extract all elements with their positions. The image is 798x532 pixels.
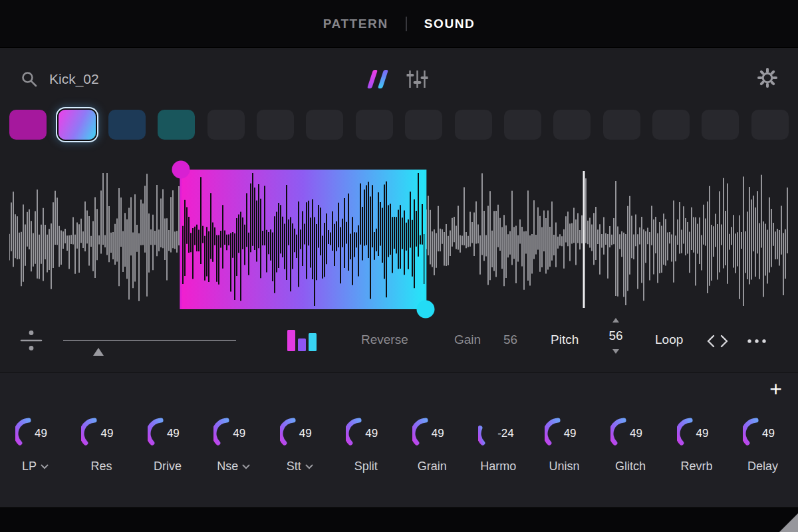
effects-panel: + 49 LP 49 Res 49 Drive [0,372,798,509]
sample-slot-12[interactable] [553,110,591,140]
knob-value: 49 [365,427,378,440]
knob-dial[interactable]: 49 [81,414,121,452]
view-toggles [370,69,428,89]
sample-slot-5[interactable] [207,110,245,140]
pitch-down-icon[interactable] [612,349,619,354]
knob-dial[interactable]: 49 [346,414,386,452]
knob-stt[interactable]: 49 Stt [274,414,326,473]
tab-pattern[interactable]: PATTERN [323,17,388,31]
knob-value: 49 [762,427,775,440]
knob-unisn[interactable]: 49 Unisn [539,414,591,473]
knob-value: 49 [630,427,642,440]
knob-label: Harmo [480,460,516,473]
sample-slot-9[interactable] [405,110,442,140]
waveform-area [9,170,789,309]
knob-drive[interactable]: 49 Drive [142,414,194,473]
knob-nse[interactable]: 49 Nse [207,414,259,473]
sample-slot-4[interactable] [158,110,195,140]
search-icon[interactable] [20,70,39,88]
sample-slot-row [9,110,789,140]
chevron-down-icon[interactable] [305,464,313,469]
sample-slot-3[interactable] [108,110,146,140]
sample-slider-handle[interactable] [93,348,104,356]
knob-value: 49 [35,427,47,440]
mixer-view-icon[interactable] [407,69,428,89]
selection-edge-left[interactable] [180,170,182,309]
waveform[interactable] [9,170,789,309]
playhead [583,171,585,308]
gain-label[interactable]: Gain [454,332,481,347]
knob-label: Unisn [549,460,580,473]
knob-revrb[interactable]: 49 Revrb [671,414,723,473]
sample-slot-16[interactable] [751,110,789,140]
knob-dial[interactable]: 49 [545,414,585,452]
add-effect-button[interactable]: + [769,378,782,400]
knob-label: Drive [154,460,182,473]
knob-dial[interactable]: 49 [213,414,253,452]
knob-dial[interactable]: 49 [743,414,783,452]
knob-lp[interactable]: 49 LP [9,414,61,473]
selection-edge-right[interactable] [424,170,426,309]
sample-slot-1[interactable] [9,110,47,140]
knob-harmo[interactable]: -24 Harmo [472,414,524,473]
knob-label: Nse [217,460,238,473]
knob-label: Res [90,460,112,473]
pitch-stepper: 56 [602,318,629,354]
sample-name[interactable]: Kick_02 [49,71,99,87]
pitch-label[interactable]: Pitch [551,332,579,347]
tab-divider [406,17,407,31]
knob-delay[interactable]: 49 Delay [737,414,789,473]
chevron-down-icon[interactable] [242,464,250,469]
divide-icon[interactable] [19,329,44,352]
knob-glitch[interactable]: 49 Glitch [604,414,656,473]
slice-view-icon[interactable] [370,70,386,88]
knob-dial[interactable]: 49 [610,414,650,452]
sample-slot-11[interactable] [504,110,541,140]
knob-label: LP [22,460,37,473]
knob-row: 49 LP 49 Res 49 Drive 49 [9,414,789,473]
pitch-up-icon[interactable] [612,318,619,323]
sample-slot-6[interactable] [257,110,294,140]
loop-toggle[interactable]: Loop [655,332,683,347]
knob-split[interactable]: 49 Split [340,414,392,473]
knob-res[interactable]: 49 Res [75,414,127,473]
slash-right [378,70,388,88]
knob-dial[interactable]: 49 [412,414,452,452]
levels-bars-icon[interactable] [287,327,319,354]
pitch-value[interactable]: 56 [608,329,622,343]
knob-dial[interactable]: 49 [677,414,717,452]
knob-value: 49 [100,427,113,440]
sample-slot-14[interactable] [652,110,690,140]
top-tab-bar: PATTERN SOUND [0,0,798,48]
knob-label: Stt [287,460,301,473]
resize-corner[interactable] [779,513,798,532]
reverse-toggle[interactable]: Reverse [361,332,408,347]
sample-slot-10[interactable] [455,110,492,140]
knob-dial[interactable]: 49 [15,414,55,452]
settings-wrap [757,67,778,91]
tab-sound[interactable]: SOUND [424,17,475,31]
sample-slot-15[interactable] [702,110,739,140]
knob-dial[interactable]: -24 [478,414,518,452]
knob-value: 49 [167,427,180,440]
knob-label: Delay [747,460,778,473]
knob-label: Glitch [615,460,646,473]
knob-dial[interactable]: 49 [148,414,188,452]
sample-slot-8[interactable] [356,110,393,140]
sample-slot-13[interactable] [603,110,640,140]
knob-grain[interactable]: 49 Grain [406,414,458,473]
knob-label: Revrb [681,460,713,473]
sample-header: Kick_02 [0,48,798,110]
sample-slider-track[interactable] [63,340,236,341]
code-brackets-icon[interactable] [706,334,729,348]
more-icon[interactable] [746,338,767,344]
chevron-down-icon[interactable] [41,464,49,469]
sampler-app: PATTERN SOUND Kick_02 [0,0,798,532]
gain-value[interactable]: 56 [503,332,517,347]
slash-left [367,70,378,88]
knob-dial[interactable]: 49 [280,414,320,452]
sample-slot-2[interactable] [59,110,96,140]
sample-slot-7[interactable] [306,110,343,140]
settings-gear-icon[interactable] [757,67,778,88]
selection-handle-start[interactable] [172,161,190,179]
